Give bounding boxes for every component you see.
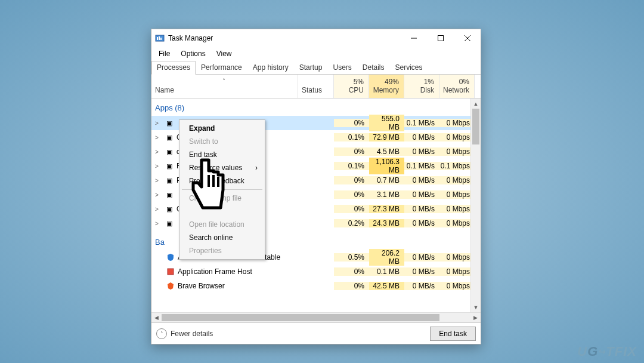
header-cpu[interactable]: 5% CPU <box>334 75 369 98</box>
ctx-resource-values-label: Resource values <box>189 164 242 172</box>
scroll-right-icon[interactable]: ▶ <box>470 313 481 322</box>
minimize-button[interactable] <box>400 29 427 47</box>
tab-performance[interactable]: Performance <box>196 61 247 75</box>
horizontal-scrollbar[interactable]: ◀ ▶ <box>151 312 481 322</box>
disk-value: 0 MB/s <box>404 190 439 199</box>
svg-rect-1 <box>157 37 158 40</box>
hscroll-thumb[interactable] <box>162 314 439 321</box>
memory-value: 27.3 MB <box>369 205 404 213</box>
cpu-value: 0% <box>334 176 369 184</box>
app-icon <box>155 33 165 43</box>
menu-view[interactable]: View <box>212 48 237 59</box>
tab-app-history[interactable]: App history <box>247 61 294 75</box>
header-name-label: Name <box>155 86 293 94</box>
maximize-button[interactable] <box>427 29 454 47</box>
end-task-button[interactable]: End task <box>430 327 476 341</box>
chevron-right-icon: > <box>155 220 162 227</box>
disk-value: 0.1 MB/s <box>404 119 439 127</box>
disk-value: 0 MB/s <box>404 219 439 227</box>
header-status-label: Status <box>302 86 329 94</box>
header-name[interactable]: ˄ Name <box>151 75 298 98</box>
cpu-value: 0.2% <box>334 219 369 227</box>
scroll-up-icon[interactable]: ▲ <box>471 99 481 109</box>
cpu-value: 0% <box>334 267 369 276</box>
memory-value: 3.1 MB <box>369 190 404 199</box>
network-value: 0 Mbps <box>439 176 475 184</box>
cpu-value: 0% <box>334 119 369 127</box>
ctx-switch-to[interactable]: Switch to <box>181 135 264 148</box>
header-status[interactable]: Status <box>298 75 334 98</box>
disk-value: 0 MB/s <box>404 147 439 156</box>
header-cpu-pct: 5% <box>354 78 364 86</box>
menu-file[interactable]: File <box>154 48 175 59</box>
disk-value: 0 MB/s <box>404 205 439 213</box>
memory-value: 0.7 MB <box>369 176 404 184</box>
cpu-value: 0% <box>334 190 369 199</box>
cpu-value: 0% <box>334 282 369 290</box>
chevron-right-icon: > <box>155 177 162 184</box>
header-mem-pct: 49% <box>385 78 399 86</box>
context-menu: Expand Switch to End task Resource value… <box>179 119 265 260</box>
ctx-end-task[interactable]: End task <box>181 148 264 161</box>
group-apps[interactable]: Apps (8) <box>151 99 481 116</box>
app-item-icon <box>166 267 175 276</box>
scroll-left-icon[interactable]: ◀ <box>151 313 162 322</box>
svg-rect-2 <box>159 36 160 40</box>
ctx-provide-feedback[interactable]: Provide feedback <box>181 174 264 187</box>
chevron-right-icon: > <box>155 134 162 141</box>
app-item-icon: ▣ <box>165 133 174 142</box>
table-row[interactable]: Brave Browser0%42.5 MB0 MB/s0 Mbps <box>151 279 481 293</box>
network-value: 0 Mbps <box>439 282 475 290</box>
menu-options[interactable]: Options <box>176 48 210 59</box>
tab-details[interactable]: Details <box>357 61 390 75</box>
header-disk-pct: 1% <box>424 78 434 86</box>
memory-value: 1,106.3 MB <box>369 158 404 174</box>
app-item-icon <box>166 253 175 262</box>
tab-users[interactable]: Users <box>327 61 357 75</box>
app-item-icon: ▣ <box>165 204 174 214</box>
ctx-expand[interactable]: Expand <box>181 122 264 135</box>
tab-startup[interactable]: Startup <box>294 61 328 75</box>
app-item-icon: ▣ <box>165 176 174 185</box>
app-item-icon: ▣ <box>165 118 174 128</box>
ctx-open-file-location[interactable]: Open file location <box>181 218 264 231</box>
memory-value: 42.5 MB <box>369 282 404 290</box>
scroll-thumb[interactable] <box>472 109 479 144</box>
header-cpu-label: CPU <box>349 86 364 94</box>
ctx-go-to-details[interactable]: Go to details <box>181 205 264 218</box>
fewer-details-button[interactable]: ˄ Fewer details <box>156 328 213 339</box>
memory-value: 4.5 MB <box>369 147 404 156</box>
table-row[interactable]: Application Frame Host0%0.1 MB0 MB/s0 Mb… <box>151 264 481 279</box>
memory-value: 206.2 MB <box>369 249 404 266</box>
ctx-properties[interactable]: Properties <box>181 244 264 257</box>
ctx-search-online[interactable]: Search online <box>181 231 264 244</box>
svg-rect-5 <box>438 36 443 41</box>
scroll-down-icon[interactable]: ▼ <box>471 302 481 312</box>
header-disk-label: Disk <box>420 86 434 94</box>
cpu-value: 0% <box>334 147 369 156</box>
header-memory[interactable]: 49% Memory <box>369 75 404 98</box>
memory-value: 0.1 MB <box>369 267 404 276</box>
chevron-right-icon: > <box>155 120 162 127</box>
title-bar[interactable]: Task Manager <box>151 29 481 47</box>
chevron-up-icon: ˄ <box>156 328 167 339</box>
sort-indicator-icon: ˄ <box>155 78 293 86</box>
cpu-value: 0.1% <box>334 162 369 170</box>
memory-value: 555.0 MB <box>369 115 404 131</box>
footer: ˄ Fewer details End task <box>151 322 481 344</box>
header-disk[interactable]: 1% Disk <box>404 75 439 98</box>
ctx-resource-values[interactable]: Resource values › <box>181 161 264 174</box>
ctx-create-dump[interactable]: Create dump file <box>181 192 264 205</box>
chevron-right-icon: > <box>155 149 162 155</box>
app-item-icon: ▣ <box>165 190 174 199</box>
vertical-scrollbar[interactable]: ▲ ▼ <box>470 99 481 312</box>
app-item-icon: ▣ <box>165 219 174 228</box>
close-button[interactable] <box>454 29 481 47</box>
header-network[interactable]: 0% Network <box>439 75 475 98</box>
tab-services[interactable]: Services <box>390 61 428 75</box>
tab-processes[interactable]: Processes <box>151 61 196 75</box>
cpu-value: 0.5% <box>334 253 369 262</box>
cpu-value: 0% <box>334 205 369 213</box>
disk-value: 0 MB/s <box>404 267 439 276</box>
chevron-right-icon: > <box>155 192 162 198</box>
